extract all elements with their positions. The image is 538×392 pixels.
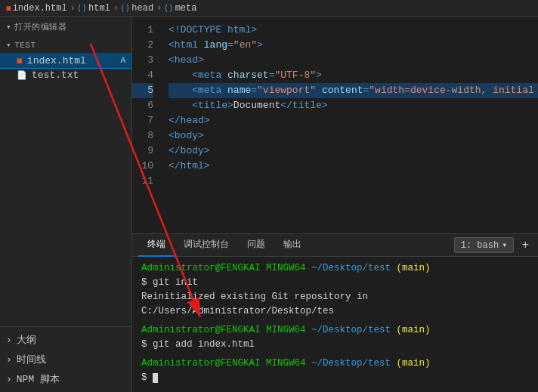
chevron-right-icon: › <box>6 335 12 346</box>
chevron-down-terminal-icon: ▾ <box>502 239 507 251</box>
breadcrumb-bar: ◼ index.html › ⟨⟩ html › ⟨⟩ head › ⟨⟩ me… <box>0 0 538 17</box>
open-editors-label: 打开的编辑器 <box>14 21 66 32</box>
terminal-cursor <box>153 373 158 383</box>
code-line-8: <body> <box>169 128 538 144</box>
breadcrumb-html: html <box>88 3 110 14</box>
sidebar-item-npm[interactable]: › NPM 脚本 <box>0 369 131 389</box>
tab-debug-console[interactable]: 调试控制台 <box>175 234 238 257</box>
tab-problems[interactable]: 问题 <box>238 234 274 257</box>
breadcrumb-filename: index.html <box>13 3 67 14</box>
html-file-icon: ◼ <box>17 54 23 66</box>
editor-area: 1 2 3 4 5 6 7 8 9 10 11 <!DOCTYPE html> … <box>132 17 538 392</box>
breadcrumb-meta: meta <box>175 3 197 14</box>
chevron-down-folder-icon: ▾ <box>6 40 11 50</box>
chevron-down-icon: ▾ <box>6 22 11 32</box>
test-folder-label: TEST <box>14 41 36 50</box>
sidebar-item-timeline[interactable]: › 时间线 <box>0 350 131 369</box>
terminal-selector[interactable]: 1: bash ▾ <box>454 237 515 253</box>
terminal-selector-label: 1: bash <box>461 240 499 251</box>
txt-file-icon: 📄 <box>17 70 27 80</box>
code-line-3: <head> <box>169 53 538 68</box>
file-item-index-html[interactable]: ◼ index.html A <box>0 53 131 68</box>
chevron-right-timeline-icon: › <box>6 354 12 366</box>
tab-output[interactable]: 输出 <box>274 234 311 257</box>
breadcrumb-meta-tag-icon: ⟨⟩ <box>163 3 173 13</box>
terminal-line-6: Administrator@FENGKAI MINGW64 ~/Desktop/… <box>141 357 529 371</box>
sidebar-item-outline[interactable]: › 大纲 <box>0 330 131 350</box>
line-numbers: 1 2 3 4 5 6 7 8 9 10 11 <box>132 17 159 233</box>
code-line-2: <html lang="en"> <box>169 38 538 53</box>
main-area: ▾ 打开的编辑器 ▾ TEST ◼ index.html A 📄 test.tx… <box>0 17 538 392</box>
file-tree: ◼ index.html A 📄 test.txt <box>0 53 131 326</box>
file-name-test: test.txt <box>32 69 79 81</box>
terminal-line-5: $ git add index.html <box>141 338 529 352</box>
code-line-6: <title>Document</title> <box>169 98 538 113</box>
sidebar: ▾ 打开的编辑器 ▾ TEST ◼ index.html A 📄 test.tx… <box>0 17 132 392</box>
terminal-line-1: Administrator@FENGKAI MINGW64 ~/Desktop/… <box>141 261 529 276</box>
breadcrumb-head: head <box>131 3 153 14</box>
breadcrumb-html-icon: ◼ <box>6 3 11 13</box>
terminal-line-3: Reinitialized existing Git repository in… <box>141 290 529 319</box>
tab-terminal[interactable]: 终端 <box>138 234 175 257</box>
terminal-prompt-line: $ <box>141 371 529 385</box>
terminal-line-4: Administrator@FENGKAI MINGW64 ~/Desktop/… <box>141 323 529 338</box>
code-line-11: </html> <box>169 159 538 174</box>
npm-label: NPM 脚本 <box>17 372 60 386</box>
editor-content[interactable]: 1 2 3 4 5 6 7 8 9 10 11 <!DOCTYPE html> … <box>132 17 538 233</box>
code-content[interactable]: <!DOCTYPE html> <html lang="en"> <head> … <box>159 17 538 233</box>
code-line-10: </body> <box>169 144 538 159</box>
file-badge-a: A <box>120 56 125 65</box>
chevron-right-npm-icon: › <box>6 374 12 385</box>
code-line-7: </head> <box>169 113 538 128</box>
terminal-tab-bar: 终端 调试控制台 问题 输出 1: bash ▾ <box>132 234 538 257</box>
test-folder[interactable]: ▾ TEST <box>0 35 131 53</box>
outline-label: 大纲 <box>17 333 36 347</box>
breadcrumb-head-tag-icon: ⟨⟩ <box>120 3 130 13</box>
timeline-label: 时间线 <box>17 353 46 366</box>
file-name-index: index.html <box>27 55 86 66</box>
code-line-5: <meta name="viewport" content="width=dev… <box>169 83 538 98</box>
code-line-1: <!DOCTYPE html> <box>169 23 538 38</box>
terminal-body[interactable]: Administrator@FENGKAI MINGW64 ~/Desktop/… <box>132 257 538 392</box>
sidebar-bottom: › 大纲 › 时间线 › NPM 脚本 <box>0 326 131 392</box>
terminal-add-button[interactable]: + <box>518 239 532 252</box>
terminal-area: 终端 调试控制台 问题 输出 1: bash ▾ <box>132 233 538 392</box>
breadcrumb-html-tag-icon: ⟨⟩ <box>77 3 87 13</box>
code-line-4: <meta charset="UTF-8"> <box>169 68 538 83</box>
open-editors-section[interactable]: ▾ 打开的编辑器 <box>0 17 131 35</box>
file-item-test-txt[interactable]: 📄 test.txt <box>0 68 131 82</box>
terminal-line-2: $ git init <box>141 276 529 290</box>
